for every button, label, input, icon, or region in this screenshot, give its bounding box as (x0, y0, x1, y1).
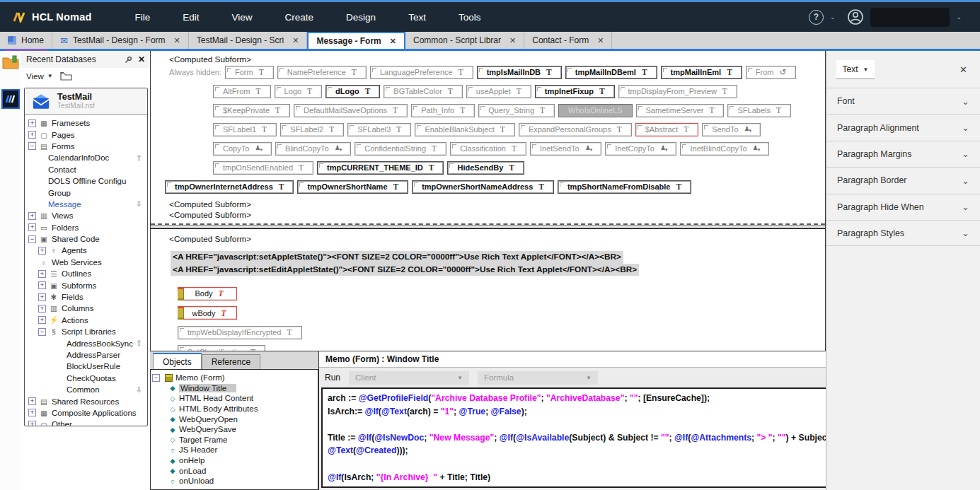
form-canvas[interactable]: <Computed Subform> Always hidden:FormTNa… (150, 51, 826, 351)
tab-objects[interactable]: Objects (153, 353, 202, 369)
tree-item-common[interactable]: Common⇩ (27, 384, 146, 395)
design-field-copyto[interactable]: CopyTo♟▾ (213, 142, 272, 156)
tree-item-dols-offline-configu[interactable]: DOLS Offline Configu (27, 175, 146, 187)
menu-item-create[interactable]: Create (269, 12, 330, 23)
design-field-abstract[interactable]: $AbstractT (635, 123, 699, 136)
tab-home[interactable]: Home (0, 32, 52, 49)
design-field-namepreference[interactable]: NamePreferenceT (277, 66, 367, 79)
tree-item-group[interactable]: Group (27, 187, 146, 198)
menu-item-text[interactable]: Text (392, 12, 442, 23)
design-field-inetsendto[interactable]: InetSendTo♟▾ (530, 142, 601, 156)
design-field-sflabels[interactable]: SFLabelsT (727, 104, 791, 117)
expand-icon[interactable]: + (38, 247, 46, 255)
close-tab-icon[interactable]: ✕ (390, 37, 396, 46)
tree-item-contact[interactable]: Contact (27, 164, 146, 175)
tab-message-form[interactable]: Message - Form✕ (307, 32, 405, 49)
expand-icon[interactable]: + (28, 119, 36, 127)
section-paragraph-hide-when[interactable]: Paragraph Hide When⌄ (826, 194, 980, 220)
design-field-logo[interactable]: LogoT (275, 85, 323, 98)
design-field-inetblindcopyto[interactable]: InetBlindCopyTo♟▾ (680, 142, 769, 156)
design-field-sflabel1[interactable]: SFLabel1T (213, 123, 277, 136)
design-field-tmpshortnamefromdisable[interactable]: tmpShortNameFromDisableT (558, 180, 691, 194)
collapse-icon[interactable]: − (28, 142, 36, 150)
expand-icon[interactable]: + (38, 316, 46, 324)
design-field-enableblanksubject[interactable]: EnableBlankSubjectT (415, 123, 515, 136)
design-field-sflabel2[interactable]: SFLabel2T (280, 123, 344, 136)
section-font[interactable]: Font⌄ (826, 88, 980, 114)
close-sidebar-icon[interactable]: ✕ (138, 54, 145, 64)
formula-editor[interactable]: arch := @GetProfileField("Archive Databa… (321, 387, 839, 488)
close-panel-icon[interactable]: ✕ (959, 64, 967, 75)
tree-item-pages[interactable]: +▢Pages (27, 129, 146, 140)
design-field-bgtablecolor[interactable]: BGTableColorT (384, 85, 463, 98)
tree-item-web-services[interactable]: ♁Web Services (27, 257, 146, 268)
design-field-tmpinetfixup[interactable]: tmpInetFixupT (535, 85, 615, 98)
properties-type-select[interactable]: Text ▼ (836, 60, 875, 79)
view-selector[interactable]: View ▼ (21, 68, 150, 84)
menu-item-file[interactable]: File (119, 12, 167, 23)
tree-item-blockuserrule[interactable]: BlockUserRule (27, 361, 146, 372)
design-field-confidentialstring[interactable]: ConfidentialStringT (354, 142, 446, 156)
expand-icon[interactable]: + (38, 270, 46, 278)
close-tab-icon[interactable]: ✕ (292, 36, 299, 45)
menu-item-edit[interactable]: Edit (166, 12, 215, 23)
expand-icon[interactable]: + (38, 281, 46, 289)
expand-icon[interactable]: + (38, 305, 46, 313)
design-field-tmpcurrent-theme-id[interactable]: tmpCURRENT_THEME_IDT (317, 161, 444, 175)
section-paragraph-alignment[interactable]: Paragraph Alignment⌄ (826, 114, 980, 140)
tree-item-subforms[interactable]: +▣Subforms (27, 279, 146, 291)
expand-icon[interactable]: + (28, 131, 36, 139)
tree-item-outlines[interactable]: +☰Outlines (27, 268, 146, 279)
design-field-from[interactable]: From↺ (746, 66, 796, 79)
design-field-blindcopyto[interactable]: BlindCopyTo♟▾ (275, 142, 351, 156)
objects-item-webquerysave[interactable]: ◆WebQuerySave (152, 424, 316, 435)
objects-item-onhelp[interactable]: ◆onHelp (152, 455, 316, 466)
tree-item-addressparser[interactable]: AddressParser (27, 349, 146, 361)
objects-item-onunload[interactable]: ○onUnload (152, 476, 316, 486)
help-chevron-icon[interactable]: ⌄ (830, 13, 836, 21)
expand-icon[interactable]: + (28, 397, 36, 405)
tree-item-agents[interactable]: +♀Agents (27, 245, 146, 256)
tree-item-calendarinfodoc[interactable]: CalendarInfoDoc⇧ (27, 152, 146, 163)
expand-icon[interactable]: + (28, 421, 36, 426)
expand-icon[interactable]: + (28, 223, 36, 231)
collapse-icon[interactable]: − (152, 374, 160, 382)
design-field-altfrom[interactable]: AltFromT (213, 85, 271, 98)
close-tab-icon[interactable]: ✕ (174, 36, 180, 45)
scroll-up-icon[interactable]: ⇧ (136, 339, 142, 348)
objects-item-js-header[interactable]: ○JS Header (152, 445, 316, 455)
tree-item-columns[interactable]: +▥Columns (27, 303, 146, 314)
expand-icon[interactable]: + (38, 293, 46, 301)
design-field-sametimeserver[interactable]: SametimeServerT (636, 104, 725, 117)
design-field-hidesendby[interactable]: HideSendByT (447, 161, 524, 175)
run-target-select[interactable]: Client ▼ (349, 371, 469, 385)
pin-icon[interactable] (125, 56, 132, 64)
tree-item-addressbooksync[interactable]: AddressBookSync⇧ (27, 337, 146, 349)
design-field-tmpmailindbeml[interactable]: tmpMailInDBemlT (565, 66, 657, 79)
design-field-whoisonlinels[interactable]: WhoIsOnlineLS (558, 104, 632, 117)
help-icon[interactable]: ? (809, 10, 824, 25)
design-field-body[interactable]: BodyT (178, 287, 237, 301)
expand-icon[interactable]: + (28, 212, 36, 220)
tree-item-composite-applications[interactable]: +▦Composite Applications (27, 407, 146, 419)
design-field-tmpwebdisplayifencrypted[interactable]: tmpWebDisplayIfEncryptedT (178, 326, 302, 339)
design-field-classification[interactable]: ClassificationT (450, 142, 526, 156)
tab-testmail-design-form[interactable]: ✉TestMail - Design - Form✕ (52, 32, 189, 49)
tab-common-script-librar[interactable]: Common - Script Librar✕ (405, 32, 524, 49)
close-tab-icon[interactable]: ✕ (509, 36, 516, 45)
objects-item-webqueryopen[interactable]: ◆WebQueryOpen (152, 414, 316, 424)
scroll-up-icon[interactable]: ⇧ (136, 153, 142, 163)
design-field-tmponsendenabled[interactable]: tmpOnSendEnabledT (213, 161, 313, 175)
tree-item-message[interactable]: Message⇩ (27, 199, 146, 210)
bookmark-folder-icon[interactable] (2, 55, 19, 72)
design-field-tmpmailineml[interactable]: tmpMailInEmlT (661, 66, 742, 79)
close-tab-icon[interactable]: ✕ (597, 36, 604, 45)
tree-item-other[interactable]: +▭Other (27, 419, 146, 426)
objects-root-memo-form[interactable]: − Memo (Form) (152, 373, 316, 383)
objects-item-onload[interactable]: ◆onLoad (152, 465, 316, 476)
account-icon[interactable] (847, 8, 864, 25)
design-field-tmpdisplayfrom-preview[interactable]: tmpDisplayFrom_PreviewT (618, 85, 737, 98)
section-paragraph-styles[interactable]: Paragraph Styles⌄ (826, 220, 980, 246)
objects-item-html-head-content[interactable]: ◇HTML Head Content (152, 393, 316, 404)
objects-item-target-frame[interactable]: ◇Target Frame (152, 435, 316, 445)
